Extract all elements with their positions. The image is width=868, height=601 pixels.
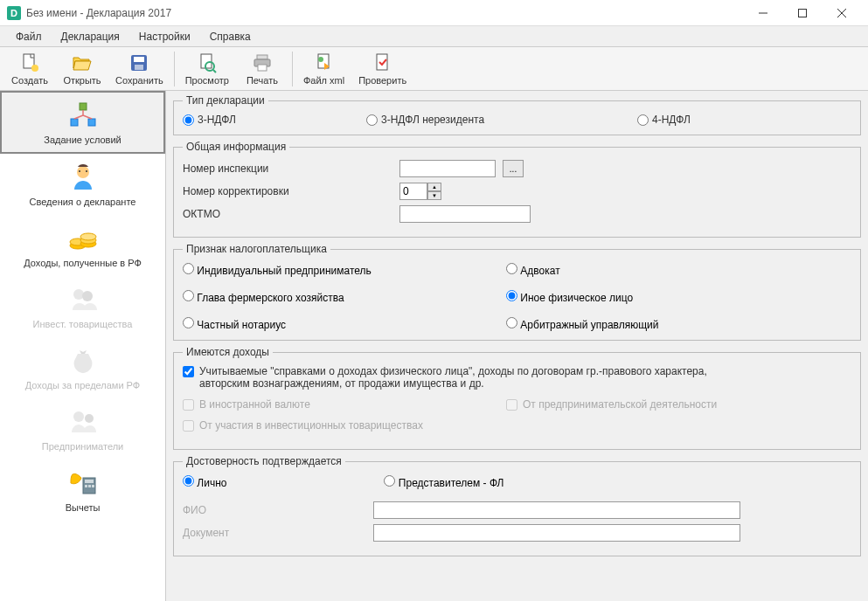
title-bar: D Без имени - Декларация 2017 [0, 0, 868, 26]
print-icon [252, 52, 273, 73]
checkbox-cert-income[interactable] [183, 366, 194, 377]
svg-point-26 [86, 170, 87, 172]
svg-line-23 [83, 115, 92, 119]
radio-other-person[interactable]: Иное физическое лицо [506, 289, 851, 304]
radio-notary[interactable]: Частный нотариус [183, 316, 506, 331]
svg-rect-39 [88, 485, 91, 487]
svg-rect-1 [798, 9, 806, 17]
menu-settings[interactable]: Настройки [130, 28, 199, 45]
maximize-button[interactable] [782, 1, 822, 25]
preview-button[interactable]: Просмотр [178, 49, 236, 89]
svg-rect-37 [85, 480, 94, 483]
group-income-types: Имеются доходы Учитываемые "справками о … [173, 346, 861, 450]
save-button[interactable]: Сохранить [108, 49, 170, 89]
svg-point-25 [79, 170, 80, 172]
print-button[interactable]: Печать [236, 49, 288, 89]
spinner-correction[interactable]: ▲ ▼ [399, 183, 441, 200]
sidebar-item-income-rf[interactable]: Доходы, полученные в РФ [0, 215, 165, 276]
legend-taxpayer-type: Признак налогоплательщика [183, 243, 330, 255]
label-correction: Номер корректировки [183, 185, 392, 197]
svg-point-32 [73, 289, 84, 300]
svg-rect-40 [92, 485, 94, 487]
menu-help[interactable]: Справка [201, 28, 260, 45]
legend-income-types: Имеются доходы [183, 346, 273, 358]
legend-general-info: Общая информация [183, 141, 289, 153]
group-general-info: Общая информация Номер инспекции ... Ном… [173, 141, 861, 238]
sidebar-item-deductions[interactable]: Вычеты [0, 459, 165, 521]
sidebar-item-declarant[interactable]: Сведения о декларанте [0, 154, 165, 215]
coins-icon [67, 223, 99, 254]
menu-file[interactable]: Файл [7, 28, 51, 45]
sidebar-item-entrepreneurs: Предприниматели [0, 398, 165, 459]
svg-rect-19 [71, 119, 78, 126]
person-icon [67, 162, 99, 193]
sidebar: Задание условий Сведения о декларанте До… [0, 91, 166, 601]
checkbox-foreign-currency [183, 399, 194, 411]
legend-declaration-type: Тип декларации [183, 94, 268, 107]
label-document: Документ [183, 527, 366, 539]
svg-line-22 [74, 115, 83, 119]
radio-farm[interactable]: Глава фермерского хозяйства [183, 289, 506, 304]
invest-icon [67, 284, 99, 315]
svg-point-5 [31, 65, 38, 72]
open-button[interactable]: Открыть [56, 49, 108, 89]
save-icon [128, 52, 149, 73]
minimize-button[interactable] [743, 1, 782, 25]
radio-3ndfl[interactable]: 3-НДФЛ [183, 114, 366, 126]
app-icon: D [7, 6, 21, 20]
radio-ip[interactable]: Индивидуальный предприниматель [183, 262, 506, 277]
conditions-icon [67, 100, 99, 131]
checkbox-invest-income [183, 420, 194, 432]
sidebar-item-conditions[interactable]: Задание условий [0, 91, 165, 154]
toolbar: Создать Открыть Сохранить Просмотр Печат… [0, 47, 868, 91]
svg-rect-38 [85, 485, 87, 487]
radio-3ndfl-nonresident[interactable]: 3-НДФЛ нерезидента [366, 114, 637, 126]
close-button[interactable] [822, 1, 861, 25]
svg-point-31 [80, 233, 96, 240]
sidebar-item-foreign-income: Доходы за пределами РФ [0, 337, 165, 398]
deductions-icon [67, 467, 99, 499]
svg-point-33 [82, 291, 93, 301]
svg-rect-12 [257, 55, 267, 59]
svg-rect-8 [135, 65, 143, 70]
svg-rect-14 [258, 65, 267, 71]
radio-4ndfl[interactable]: 4-НДФЛ [637, 114, 691, 126]
xml-file-icon [314, 52, 335, 73]
spin-up-button[interactable]: ▲ [427, 183, 441, 191]
browse-inspection-button[interactable]: ... [503, 160, 524, 177]
svg-rect-20 [88, 119, 95, 126]
money-bag-icon [67, 345, 99, 376]
folder-open-icon [72, 52, 93, 73]
radio-lawyer[interactable]: Адвокат [506, 262, 851, 277]
svg-point-24 [77, 166, 89, 178]
create-button[interactable]: Создать [3, 49, 56, 89]
input-fio [373, 501, 740, 519]
svg-point-16 [318, 57, 323, 62]
check-icon [372, 52, 393, 73]
input-oktmo[interactable] [399, 205, 531, 223]
document-new-icon [19, 52, 40, 73]
input-document [373, 524, 740, 542]
group-taxpayer-type: Признак налогоплательщика Индивидуальный… [173, 243, 861, 341]
radio-representative[interactable]: Представителем - ФЛ [384, 474, 503, 489]
input-inspection [399, 160, 496, 177]
radio-personal[interactable]: Лично [183, 474, 226, 489]
input-correction[interactable] [399, 183, 427, 200]
menu-bar: Файл Декларация Настройки Справка [0, 26, 868, 47]
radio-arbitration[interactable]: Арбитражный управляющий [506, 316, 851, 331]
svg-rect-17 [377, 54, 387, 70]
spin-down-button[interactable]: ▼ [427, 191, 441, 200]
xml-button[interactable]: Файл xml [296, 49, 351, 89]
svg-rect-7 [134, 57, 144, 62]
svg-point-34 [73, 411, 84, 422]
menu-declaration[interactable]: Декларация [52, 28, 128, 45]
svg-line-11 [213, 70, 216, 73]
svg-point-35 [85, 414, 94, 423]
label-inspection: Номер инспекции [183, 162, 392, 175]
check-button[interactable]: Проверить [351, 49, 413, 89]
label-fio: ФИО [183, 504, 366, 516]
legend-confirmation: Достоверность подтверждается [183, 455, 345, 467]
toolbar-separator [292, 52, 293, 86]
toolbar-separator [174, 52, 175, 86]
group-confirmation: Достоверность подтверждается Лично Предс… [173, 455, 861, 556]
